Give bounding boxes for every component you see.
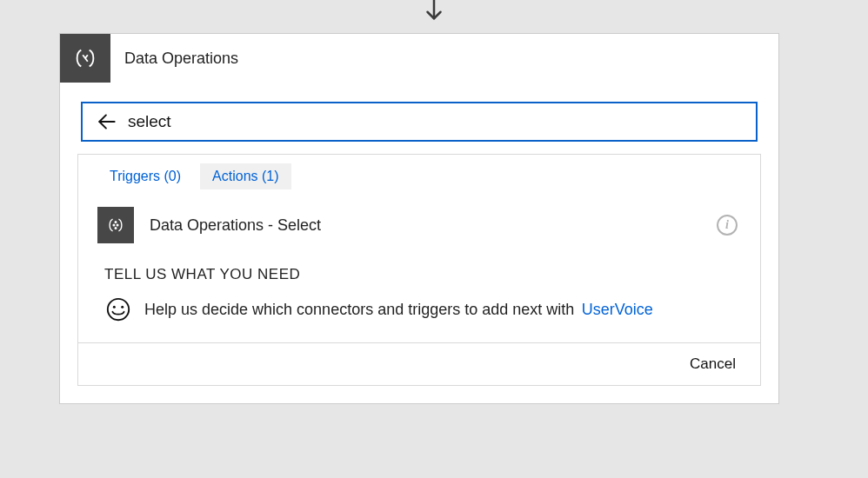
svg-point-6 bbox=[108, 299, 129, 320]
svg-point-8 bbox=[121, 306, 124, 309]
cancel-button[interactable]: Cancel bbox=[690, 355, 736, 373]
svg-point-2 bbox=[115, 222, 117, 223]
feedback-heading: TELL US WHAT YOU NEED bbox=[104, 266, 741, 283]
results-panel: Triggers (0) Actions (1) Data Operations… bbox=[77, 154, 761, 386]
info-icon[interactable]: i bbox=[717, 215, 738, 236]
search-field-wrapper bbox=[81, 102, 758, 142]
svg-point-7 bbox=[113, 306, 116, 309]
search-input[interactable] bbox=[119, 103, 751, 140]
feedback-text-line: Help us decide which connectors and trig… bbox=[144, 301, 653, 319]
feedback-section: TELL US WHAT YOU NEED Help us decide whi… bbox=[78, 256, 760, 342]
back-arrow-icon[interactable] bbox=[95, 110, 119, 134]
flow-insert-arrow-icon[interactable] bbox=[421, 0, 447, 30]
tabs: Triggers (0) Actions (1) bbox=[78, 155, 760, 195]
card-header: Data Operations bbox=[60, 34, 778, 83]
data-operations-icon bbox=[60, 34, 110, 83]
tab-actions[interactable]: Actions (1) bbox=[200, 163, 290, 189]
tab-triggers[interactable]: Triggers (0) bbox=[97, 163, 193, 189]
footer: Cancel bbox=[78, 342, 760, 385]
result-title: Data Operations - Select bbox=[150, 216, 717, 235]
result-item[interactable]: Data Operations - Select i bbox=[78, 195, 760, 256]
data-operations-icon bbox=[97, 207, 134, 243]
smiley-icon bbox=[104, 295, 132, 323]
svg-point-5 bbox=[115, 228, 117, 229]
svg-point-3 bbox=[113, 224, 115, 226]
action-picker-card: Data Operations Triggers (0) Actions (1) bbox=[59, 33, 779, 404]
card-title: Data Operations bbox=[110, 50, 238, 68]
feedback-text: Help us decide which connectors and trig… bbox=[144, 301, 574, 318]
svg-point-4 bbox=[117, 224, 118, 226]
uservoice-link[interactable]: UserVoice bbox=[582, 301, 653, 318]
